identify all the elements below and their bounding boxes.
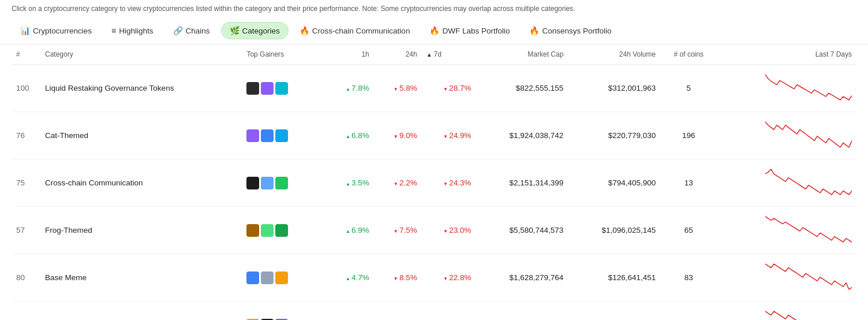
nav-label-consensys: Consensys Portfolio <box>542 27 611 35</box>
h1-arrow <box>346 131 351 140</box>
col-7d[interactable]: ▲ 7d <box>422 44 476 65</box>
row-24h: 8.5% <box>374 254 422 302</box>
row-1h: 5.4% <box>326 302 374 321</box>
row-7d: 24.3% <box>422 159 476 207</box>
col-last-7-days: Last 7 Days <box>717 44 856 65</box>
coin-icon <box>261 271 274 284</box>
nav-icon-consensys: 🔥 <box>529 26 539 35</box>
h24-arrow <box>394 273 399 282</box>
row-top-gainers <box>242 159 326 207</box>
row-24h-volume: $164,947,848 <box>568 302 660 321</box>
row-7d: 22.6% <box>422 302 476 321</box>
nav-item-dwf[interactable]: 🔥DWF Labs Portfolio <box>421 22 518 39</box>
row-rank: 57 <box>12 207 40 254</box>
row-category: Cross-chain Communication <box>40 159 242 207</box>
row-num-coins: 196 <box>660 112 717 159</box>
category-table: # Category Top Gainers 1h 24h ▲ 7d Marke… <box>12 44 856 320</box>
row-24h: 7.8% <box>374 302 422 321</box>
row-top-gainers <box>242 254 326 302</box>
nav-item-chains[interactable]: 🔗Chains <box>164 22 219 39</box>
row-1h: 6.8% <box>326 112 374 159</box>
row-num-coins: 13 <box>660 159 717 207</box>
row-7d: 28.7% <box>422 65 476 112</box>
col-rank: # <box>12 44 40 65</box>
row-top-gainers <box>242 65 326 112</box>
table-header: # Category Top Gainers 1h 24h ▲ 7d Marke… <box>12 44 856 65</box>
table-row[interactable]: 93 Olympus Pro 5.4% 7.8% 22.6% $1,053,93… <box>12 302 856 321</box>
row-market-cap: $2,151,314,399 <box>476 159 568 207</box>
coin-icon <box>246 129 259 142</box>
coin-icon <box>261 177 274 189</box>
nav-icon-highlights: ≡ <box>111 26 116 35</box>
nav-icon-dwf: 🔥 <box>429 26 439 35</box>
h24-arrow <box>394 178 399 187</box>
row-24h: 5.8% <box>374 65 422 112</box>
row-1h: 3.5% <box>326 159 374 207</box>
nav-item-cryptocurrencies[interactable]: 📊Cryptocurrencies <box>12 22 100 39</box>
h1-arrow <box>346 84 351 92</box>
coin-icon <box>275 224 288 237</box>
row-top-gainers <box>242 112 326 159</box>
nav-item-categories[interactable]: 🌿Categories <box>221 22 289 39</box>
row-num-coins: 5 <box>660 65 717 112</box>
table-container: # Category Top Gainers 1h 24h ▲ 7d Marke… <box>0 44 868 320</box>
row-24h-volume: $312,001,963 <box>568 65 660 112</box>
table-row[interactable]: 80 Base Meme 4.7% 8.5% 22.8% $1,628,279,… <box>12 254 856 302</box>
col-category: Category <box>40 44 242 65</box>
sparkline-chart <box>765 215 852 244</box>
nav-item-highlights[interactable]: ≡Highlights <box>103 22 162 39</box>
h1-arrow <box>346 178 351 187</box>
nav-label-dwf: DWF Labs Portfolio <box>442 27 510 35</box>
row-category: Liquid Restaking Governance Tokens <box>40 65 242 112</box>
row-1h: 4.7% <box>326 254 374 302</box>
nav-label-cross-chain: Cross-chain Communication <box>312 27 410 35</box>
page-note: Click on a cryptocurrency category to vi… <box>0 0 868 17</box>
row-7d: 24.9% <box>422 112 476 159</box>
nav-item-cross-chain[interactable]: 🔥Cross-chain Communication <box>291 22 419 39</box>
coin-icon <box>246 271 259 284</box>
nav-item-consensys[interactable]: 🔥Consensys Portfolio <box>521 22 620 39</box>
nav-icon-chains: 🔗 <box>173 26 183 35</box>
table-row[interactable]: 100 Liquid Restaking Governance Tokens 7… <box>12 65 856 112</box>
row-24h-volume: $1,096,025,145 <box>568 207 660 254</box>
row-market-cap: $1,924,038,742 <box>476 112 568 159</box>
row-rank: 76 <box>12 112 40 159</box>
row-market-cap: $1,628,279,764 <box>476 254 568 302</box>
row-24h: 2.2% <box>374 159 422 207</box>
row-category: Frog-Themed <box>40 207 242 254</box>
table-row[interactable]: 75 Cross-chain Communication 3.5% 2.2% 2… <box>12 159 856 207</box>
nav-label-cryptocurrencies: Cryptocurrencies <box>33 27 92 35</box>
sparkline-chart <box>765 73 852 102</box>
table-row[interactable]: 76 Cat-Themed 6.8% 9.0% 24.9% $1,924,038… <box>12 112 856 159</box>
row-24h-volume: $794,405,900 <box>568 159 660 207</box>
row-rank: 75 <box>12 159 40 207</box>
sort-arrow-icon: ▲ <box>426 51 432 58</box>
nav-icon-cryptocurrencies: 📊 <box>20 26 30 35</box>
h1-arrow <box>346 226 351 235</box>
coin-icon <box>275 129 288 142</box>
row-7d: 22.8% <box>422 254 476 302</box>
coin-icon <box>246 177 259 189</box>
row-market-cap: $5,580,744,573 <box>476 207 568 254</box>
nav-icon-cross-chain: 🔥 <box>300 26 309 35</box>
h24-arrow <box>394 84 399 92</box>
coin-icon <box>275 82 288 95</box>
table-body: 100 Liquid Restaking Governance Tokens 7… <box>12 65 856 321</box>
row-rank: 80 <box>12 254 40 302</box>
row-1h: 6.9% <box>326 207 374 254</box>
table-row[interactable]: 57 Frog-Themed 6.9% 7.5% 23.0% $5,580,74… <box>12 207 856 254</box>
nav-icon-categories: 🌿 <box>230 26 240 35</box>
row-num-coins: 65 <box>660 207 717 254</box>
coin-icon <box>275 271 288 284</box>
row-24h: 7.5% <box>374 207 422 254</box>
row-market-cap: $1,053,939,312 <box>476 302 568 321</box>
col-num-coins: # of coins <box>660 44 717 65</box>
row-24h-volume: $126,641,451 <box>568 254 660 302</box>
row-24h-volume: $220,779,030 <box>568 112 660 159</box>
d7-arrow <box>443 84 449 92</box>
coin-icon <box>246 82 259 95</box>
row-rank: 100 <box>12 65 40 112</box>
row-sparkline <box>717 207 856 254</box>
d7-arrow <box>443 178 449 187</box>
row-1h: 7.8% <box>326 65 374 112</box>
